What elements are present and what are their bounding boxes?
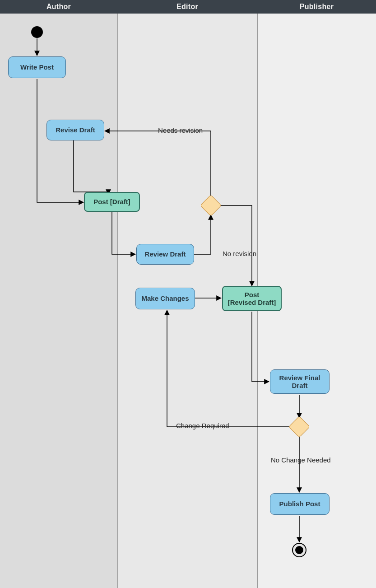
object-post-draft: Post [Draft] <box>84 192 140 212</box>
start-node-icon <box>31 26 43 38</box>
activity-review-final-draft: Review Final Draft <box>270 369 330 394</box>
lane-editor-header: Editor <box>117 0 257 14</box>
label-no-change-needed: No Change Needed <box>271 456 331 464</box>
lane-author-header: Author <box>0 0 117 14</box>
activity-publish-post: Publish Post <box>270 493 330 515</box>
end-node-icon <box>292 543 306 557</box>
lane-author <box>0 0 117 588</box>
end-node-inner <box>295 546 303 554</box>
activity-revise-draft: Revise Draft <box>46 120 104 140</box>
object-post-revised-draft: Post [Revised Draft] <box>222 286 282 311</box>
activity-diagram: Author Editor Publisher <box>0 0 376 588</box>
activity-make-changes: Make Changes <box>135 288 195 309</box>
activity-review-draft: Review Draft <box>136 244 194 265</box>
label-change-required: Change Required <box>176 422 229 429</box>
label-needs-revision: Needs revision <box>158 126 203 134</box>
activity-write-post: Write Post <box>8 56 66 78</box>
lane-publisher-header: Publisher <box>257 0 376 14</box>
lane-author-body <box>0 14 117 588</box>
label-no-revision: No revision <box>223 250 256 257</box>
